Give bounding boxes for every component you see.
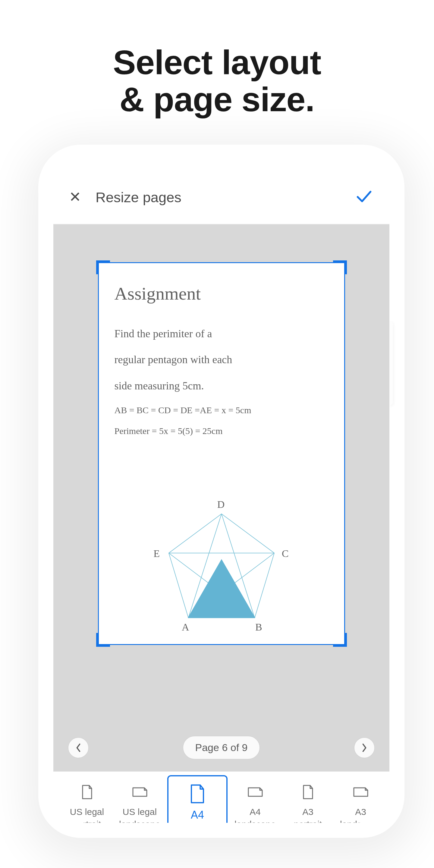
doc-title: Assignment bbox=[115, 283, 329, 304]
vertex-A: A bbox=[182, 621, 189, 632]
size-option-label: A4portrait bbox=[181, 808, 214, 823]
pager-row: Page 6 of 9 bbox=[53, 736, 390, 760]
doc-line-1: Find the perimiter of a bbox=[115, 321, 329, 347]
vertex-C: C bbox=[282, 548, 289, 559]
next-page-button[interactable] bbox=[354, 737, 375, 758]
app-header: ✕ Resize pages bbox=[53, 170, 390, 224]
doc-eq-2: Perimeter = 5x = 5(5) = 25cm bbox=[115, 421, 329, 440]
size-option-a4-landscape[interactable]: A4landscape bbox=[229, 778, 281, 823]
crop-handle-br[interactable] bbox=[333, 633, 347, 647]
hero-title: Select layout & page size. bbox=[0, 44, 434, 118]
close-icon[interactable]: ✕ bbox=[69, 190, 81, 204]
hero-line2: & page size. bbox=[120, 80, 315, 119]
phone-side-button bbox=[390, 321, 393, 405]
canvas-area: Assignment Find the perimiter of a regul… bbox=[53, 224, 390, 772]
crop-handle-tr[interactable] bbox=[333, 260, 347, 274]
size-option-label: A3portrait bbox=[294, 806, 322, 823]
size-option-label: A4landscape bbox=[235, 806, 276, 823]
size-option-us-legal-landscape[interactable]: US legallandscape bbox=[113, 778, 166, 823]
page-landscape-icon bbox=[353, 783, 368, 801]
page-preview[interactable]: Assignment Find the perimiter of a regul… bbox=[98, 262, 345, 645]
phone-mockup: ✕ Resize pages Assignment Find the perim… bbox=[53, 160, 390, 823]
vertex-D: D bbox=[217, 499, 224, 510]
page-landscape-icon bbox=[132, 783, 147, 801]
doc-line-3: side measuring 5cm. bbox=[115, 373, 329, 399]
size-option-a4-portrait[interactable]: A4portrait bbox=[167, 775, 227, 823]
prev-page-button[interactable] bbox=[68, 737, 89, 758]
page-portrait-icon bbox=[82, 783, 93, 801]
header-title: Resize pages bbox=[96, 189, 340, 206]
doc-eq-1: AB = BC = CD = DE =AE = x = 5cm bbox=[115, 401, 329, 420]
phone-screen: ✕ Resize pages Assignment Find the perim… bbox=[53, 160, 390, 823]
size-option-label: US legallandscape bbox=[119, 806, 160, 823]
size-option-a3-portrait[interactable]: A3portrait bbox=[281, 778, 334, 823]
crop-handle-bl[interactable] bbox=[96, 633, 110, 647]
hero-line1: Select layout bbox=[113, 43, 321, 82]
page-portrait-icon bbox=[302, 783, 314, 801]
pentagon-diagram: D C E A B bbox=[143, 497, 300, 639]
crop-handle-tl[interactable] bbox=[96, 260, 110, 274]
page-size-strip[interactable]: US legalportrait US legallandscape A4por… bbox=[53, 772, 390, 823]
confirm-check-icon[interactable] bbox=[354, 187, 374, 207]
size-option-label: US legalportrait bbox=[70, 806, 104, 823]
page-landscape-icon bbox=[248, 783, 263, 801]
vertex-E: E bbox=[153, 548, 160, 559]
vertex-B: B bbox=[255, 621, 262, 632]
page-indicator: Page 6 of 9 bbox=[183, 736, 260, 760]
size-option-us-legal-portrait[interactable]: US legalportrait bbox=[61, 778, 113, 823]
page-portrait-icon bbox=[190, 785, 205, 803]
doc-line-2: regular pentagon with each bbox=[115, 347, 329, 373]
